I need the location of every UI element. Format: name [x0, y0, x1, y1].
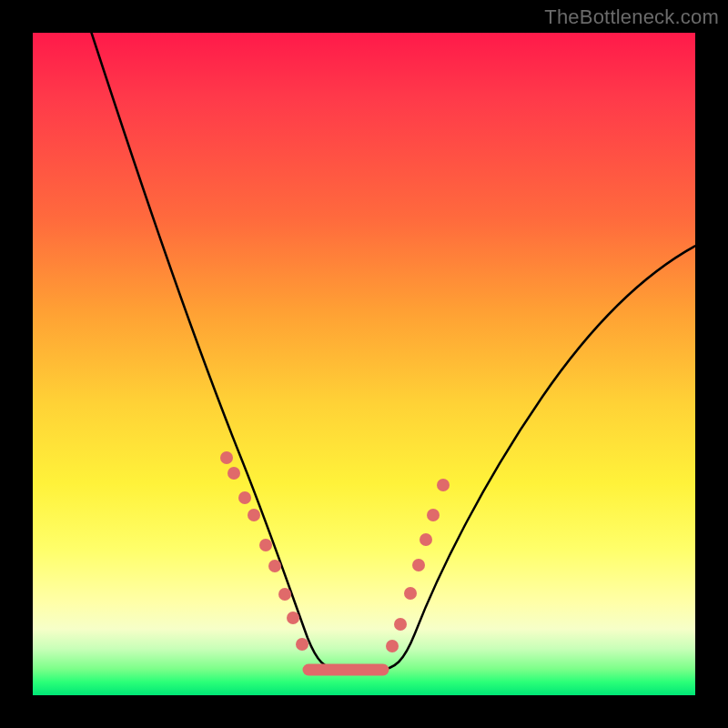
- bottleneck-chart: [33, 33, 695, 695]
- marker-dot: [268, 560, 281, 572]
- marker-dot: [386, 640, 399, 652]
- marker-dot: [296, 638, 308, 651]
- watermark-text: TheBottleneck.com: [544, 5, 719, 29]
- marker-dot: [278, 588, 291, 601]
- marker-dot: [287, 612, 299, 624]
- marker-dot: [427, 509, 440, 521]
- marker-dot: [228, 467, 240, 480]
- marker-dot: [437, 479, 450, 491]
- marker-dot: [420, 533, 432, 546]
- marker-dot: [238, 491, 251, 504]
- outer-frame: TheBottleneck.com: [0, 0, 728, 728]
- marker-dot: [394, 618, 407, 631]
- bottleneck-curve-path: [86, 15, 706, 670]
- marker-dot: [404, 587, 417, 600]
- marker-dot: [220, 451, 233, 464]
- marker-dot: [412, 559, 425, 571]
- marker-dot: [248, 509, 260, 521]
- plot-area: [33, 33, 695, 695]
- marker-dot: [259, 539, 272, 551]
